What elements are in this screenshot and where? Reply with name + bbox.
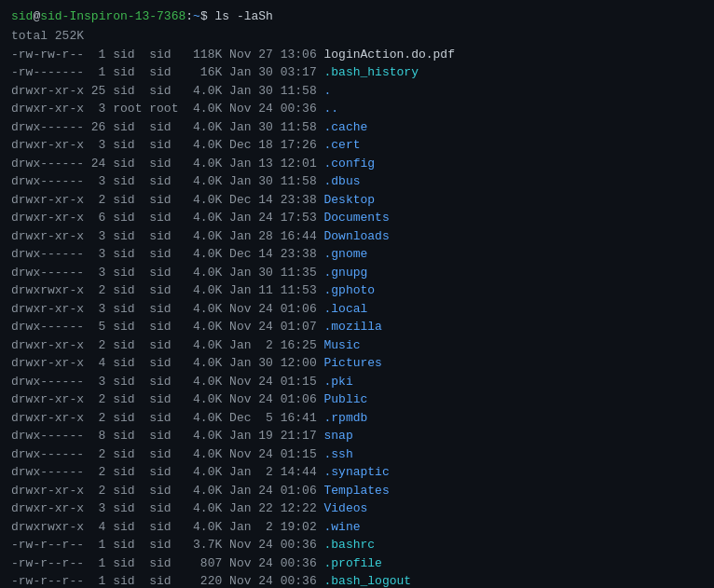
- file-time: 00:36: [281, 100, 324, 118]
- file-time: 17:26: [281, 136, 324, 155]
- file-name: .ssh: [324, 445, 353, 464]
- file-perms: -rw-r--r--: [11, 554, 84, 573]
- file-time: 11:35: [281, 264, 324, 282]
- file-user: sid: [113, 390, 149, 409]
- file-month: Jan: [229, 518, 258, 537]
- file-size: 4.0K: [185, 209, 229, 227]
- file-group: sid: [149, 209, 185, 227]
- file-day: 24: [258, 209, 280, 227]
- file-name: .synaptic: [324, 463, 390, 482]
- file-month: Nov: [229, 554, 258, 573]
- terminal: sid@sid-Inspiron-13-7368:~$ ls -laSh tot…: [11, 9, 703, 588]
- file-size: 4.0K: [185, 281, 229, 300]
- file-month: Jan: [229, 336, 258, 355]
- file-user: sid: [113, 409, 149, 428]
- prompt-sep: :: [185, 9, 193, 23]
- file-perms: drwxr-xr-x: [11, 390, 84, 409]
- file-user: sid: [113, 264, 149, 282]
- file-group: sid: [149, 427, 185, 445]
- prompt-cmd: $: [200, 9, 208, 23]
- file-user: sid: [113, 354, 149, 373]
- file-group: sid: [149, 136, 185, 155]
- file-perms: drwx------: [11, 245, 84, 264]
- table-row: drwxr-xr-x 6 sid sid 4.0K Jan 24 17:53 D…: [11, 209, 703, 227]
- file-links: 2: [84, 281, 113, 300]
- file-size: 4.0K: [185, 245, 229, 264]
- file-time: 12:22: [281, 499, 324, 518]
- file-name: Pictures: [324, 354, 382, 373]
- file-day: 24: [258, 536, 280, 554]
- file-perms: drwxr-xr-x: [11, 336, 84, 355]
- file-size: 4.0K: [185, 445, 229, 464]
- file-user: sid: [113, 482, 149, 500]
- file-month: Nov: [229, 572, 258, 588]
- file-name: Documents: [324, 209, 390, 227]
- file-name: .gnupg: [324, 264, 368, 282]
- file-perms: drwxr-xr-x: [11, 191, 84, 210]
- file-perms: drwx------: [11, 318, 84, 336]
- file-user: sid: [113, 373, 149, 391]
- file-name: .cert: [324, 136, 361, 155]
- file-links: 4: [84, 518, 113, 537]
- file-size: 4.0K: [185, 264, 229, 282]
- table-row: drwx------ 3 sid sid 4.0K Nov 24 01:15 .…: [11, 373, 703, 391]
- file-name: .bash_logout: [324, 572, 412, 588]
- file-month: Dec: [229, 245, 258, 264]
- prompt-host: sid-Inspiron-13-7368: [40, 9, 185, 23]
- file-group: sid: [149, 82, 185, 101]
- file-month: Nov: [229, 373, 258, 391]
- file-links: 2: [84, 445, 113, 464]
- file-group: sid: [149, 572, 185, 588]
- file-group: sid: [149, 300, 185, 319]
- file-month: Jan: [229, 354, 258, 373]
- file-day: 30: [258, 118, 280, 137]
- file-size: 4.0K: [185, 227, 229, 246]
- file-month: Jan: [229, 209, 258, 227]
- file-name: .bash_history: [324, 63, 419, 82]
- file-time: 16:41: [281, 409, 324, 428]
- table-row: drwxr-xr-x 3 root root 4.0K Nov 24 00:36…: [11, 100, 703, 118]
- file-name: ..: [324, 100, 339, 118]
- file-group: root: [149, 100, 185, 118]
- file-size: 4.0K: [185, 118, 229, 137]
- file-group: sid: [149, 390, 185, 409]
- file-month: Nov: [229, 536, 258, 554]
- file-group: sid: [149, 264, 185, 282]
- file-month: Jan: [229, 118, 258, 137]
- file-group: sid: [149, 499, 185, 518]
- file-name: snap: [324, 427, 353, 445]
- file-day: 13: [258, 155, 280, 173]
- file-size: 4.0K: [185, 427, 229, 445]
- table-row: drwxr-xr-x 2 sid sid 4.0K Dec 14 23:38 D…: [11, 191, 703, 210]
- table-row: drwxr-xr-x 2 sid sid 4.0K Jan 2 16:25 Mu…: [11, 336, 703, 355]
- file-name: Public: [324, 390, 368, 409]
- table-row: drwxr-xr-x 2 sid sid 4.0K Jan 24 01:06 T…: [11, 482, 703, 500]
- file-user: root: [113, 100, 149, 118]
- file-name: .cache: [324, 118, 368, 137]
- file-links: 26: [84, 118, 113, 137]
- file-month: Dec: [229, 409, 258, 428]
- prompt-user: sid: [11, 9, 33, 23]
- file-links: 1: [84, 554, 113, 573]
- file-links: 1: [84, 572, 113, 588]
- file-perms: drwx------: [11, 427, 84, 445]
- file-perms: drwx------: [11, 463, 84, 482]
- file-size: 4.0K: [185, 100, 229, 118]
- file-time: 23:38: [281, 191, 324, 210]
- file-day: 11: [258, 281, 280, 300]
- file-month: Jan: [229, 155, 258, 173]
- file-name: .pki: [324, 373, 353, 391]
- file-size: 4.0K: [185, 409, 229, 428]
- file-size: 4.0K: [185, 373, 229, 391]
- file-day: 24: [258, 482, 280, 500]
- file-links: 2: [84, 191, 113, 210]
- file-time: 01:06: [281, 300, 324, 319]
- file-links: 8: [84, 427, 113, 445]
- file-time: 00:36: [281, 536, 324, 554]
- file-perms: drwx------: [11, 445, 84, 464]
- file-day: 2: [258, 336, 280, 355]
- file-links: 3: [84, 136, 113, 155]
- file-group: sid: [149, 445, 185, 464]
- file-size: 4.0K: [185, 191, 229, 210]
- file-user: sid: [113, 518, 149, 537]
